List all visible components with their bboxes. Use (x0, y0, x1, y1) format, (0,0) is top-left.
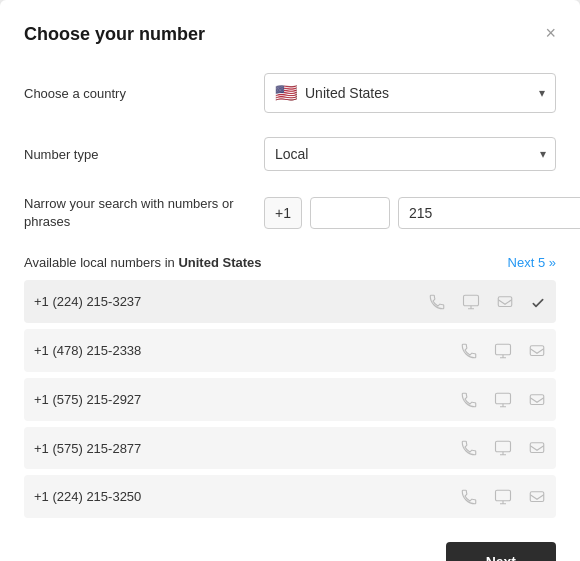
phone-number: +1 (575) 215-2927 (34, 392, 460, 407)
narrow-inputs: +1 (264, 197, 580, 229)
phone-icon (460, 439, 478, 458)
phone-number: +1 (224) 215-3250 (34, 489, 460, 504)
sms-icon (496, 292, 514, 311)
svg-rect-0 (464, 295, 479, 306)
phrase-input[interactable] (398, 197, 580, 229)
number-row[interactable]: +1 (224) 215-3250 (24, 475, 556, 518)
country-flag: 🇺🇸 (275, 82, 297, 104)
phone-number: +1 (478) 215-2338 (34, 343, 460, 358)
icon-group (460, 487, 546, 506)
country-prefix: +1 (264, 197, 302, 229)
check-icon (530, 293, 546, 311)
modal-title: Choose your number (24, 24, 205, 45)
choose-number-modal: Choose your number × Choose a country 🇺🇸… (0, 0, 580, 561)
next-5-link[interactable]: Next 5 » (508, 255, 556, 270)
desktop-icon (462, 292, 480, 311)
next-button[interactable]: Next (446, 542, 556, 561)
icon-group (428, 292, 546, 311)
number-list: +1 (224) 215-3237 (24, 280, 556, 518)
country-control: 🇺🇸 United States ▾ (264, 73, 556, 113)
sms-icon (528, 487, 546, 506)
icon-group (460, 439, 546, 458)
desktop-icon (494, 439, 512, 458)
number-row[interactable]: +1 (224) 215-3237 (24, 280, 556, 323)
sms-icon (528, 390, 546, 409)
icon-group (460, 390, 546, 409)
phone-number: +1 (224) 215-3237 (34, 294, 428, 309)
country-value: United States (305, 85, 389, 101)
phone-number: +1 (575) 215-2877 (34, 441, 460, 456)
svg-rect-2 (496, 344, 511, 355)
number-type-select[interactable]: Local Toll-Free (264, 137, 556, 171)
available-label: Available local numbers in United States (24, 255, 261, 270)
sms-icon (528, 341, 546, 360)
narrow-search-row: Narrow your search with numbers or phras… (24, 195, 556, 231)
desktop-icon (494, 487, 512, 506)
modal-header: Choose your number × (24, 24, 556, 45)
area-code-input[interactable] (310, 197, 390, 229)
sms-icon (528, 439, 546, 458)
desktop-icon (494, 390, 512, 409)
desktop-icon (494, 341, 512, 360)
available-header: Available local numbers in United States… (24, 255, 556, 270)
number-type-row: Number type Local Toll-Free ▾ (24, 137, 556, 171)
country-dropdown[interactable]: 🇺🇸 United States ▾ (264, 73, 556, 113)
phone-icon (460, 390, 478, 409)
number-row[interactable]: +1 (575) 215-2927 (24, 378, 556, 421)
chevron-down-icon: ▾ (539, 86, 545, 100)
svg-rect-8 (496, 490, 511, 501)
close-button[interactable]: × (545, 24, 556, 42)
svg-rect-6 (496, 442, 511, 453)
svg-rect-4 (496, 393, 511, 404)
number-row[interactable]: +1 (478) 215-2338 (24, 329, 556, 372)
number-type-select-wrap: Local Toll-Free ▾ (264, 137, 556, 171)
narrow-label: Narrow your search with numbers or phras… (24, 195, 264, 231)
icon-group (460, 341, 546, 360)
country-label: Choose a country (24, 86, 264, 101)
number-row[interactable]: +1 (575) 215-2877 (24, 427, 556, 470)
country-row: Choose a country 🇺🇸 United States ▾ (24, 73, 556, 113)
number-type-control: Local Toll-Free ▾ (264, 137, 556, 171)
phone-icon (428, 292, 446, 311)
number-type-label: Number type (24, 147, 264, 162)
modal-footer: Next (24, 542, 556, 561)
phone-icon (460, 341, 478, 360)
phone-icon (460, 487, 478, 506)
